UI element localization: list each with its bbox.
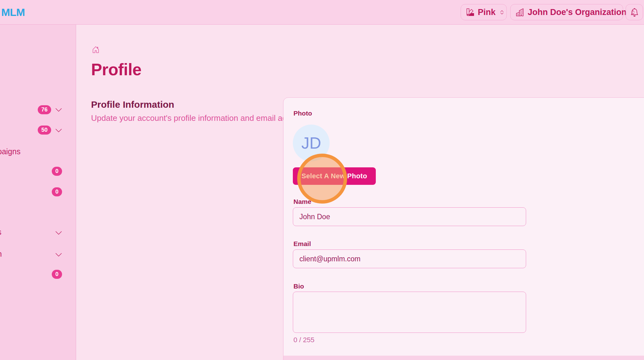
sidebar-badge: 50 [38, 126, 51, 135]
organization-switcher-button[interactable]: John Doe's Organization [510, 4, 623, 20]
email-label: Email [293, 240, 311, 248]
breadcrumb-home-icon[interactable] [92, 46, 99, 53]
chevron-down-icon[interactable] [55, 127, 62, 134]
notifications-button[interactable] [626, 4, 643, 20]
app-logo[interactable]: MLM [1, 0, 25, 24]
sidebar-badge: 0 [52, 167, 62, 176]
avatar: JD [293, 125, 330, 161]
sidebar-badge: 76 [38, 105, 51, 114]
name-field[interactable] [293, 207, 526, 226]
bio-field[interactable] [293, 292, 526, 333]
organization-switcher-label: John Doe's Organization [528, 7, 627, 17]
chevron-expand-icon [499, 10, 505, 15]
theme-switcher-button[interactable]: Pink [461, 4, 507, 20]
bio-label: Bio [293, 283, 304, 290]
page-title: Profile [91, 60, 141, 79]
email-field[interactable] [293, 249, 526, 268]
palette-icon [467, 8, 474, 16]
topbar: MLM Pink John Doe's Organization [0, 0, 644, 25]
sidebar-item-campaigns[interactable]: paigns [0, 147, 21, 156]
chevron-down-icon[interactable] [55, 229, 62, 237]
chevron-down-icon[interactable] [55, 106, 62, 114]
bell-icon [630, 8, 639, 17]
profile-form-card: Photo JD Select A New Photo Name Email B… [283, 97, 644, 360]
name-label: Name [293, 198, 311, 205]
photo-label: Photo [293, 110, 312, 117]
theme-switcher-label: Pink [478, 7, 496, 17]
section-heading: Profile Information [91, 99, 174, 110]
sidebar-item[interactable]: n [0, 249, 2, 259]
select-new-photo-button[interactable]: Select A New Photo [293, 167, 376, 185]
sidebar: 76 50 paigns 0 0 s n 0 [0, 24, 76, 360]
chevron-down-icon[interactable] [55, 251, 62, 259]
sidebar-item[interactable]: s [0, 228, 2, 237]
sidebar-badge: 0 [52, 187, 62, 196]
bio-character-counter: 0 / 255 [293, 336, 314, 344]
building-icon [516, 8, 524, 16]
section-description: Update your account's profile informatio… [91, 113, 309, 123]
sidebar-badge: 0 [52, 270, 62, 279]
card-footer [283, 356, 644, 360]
